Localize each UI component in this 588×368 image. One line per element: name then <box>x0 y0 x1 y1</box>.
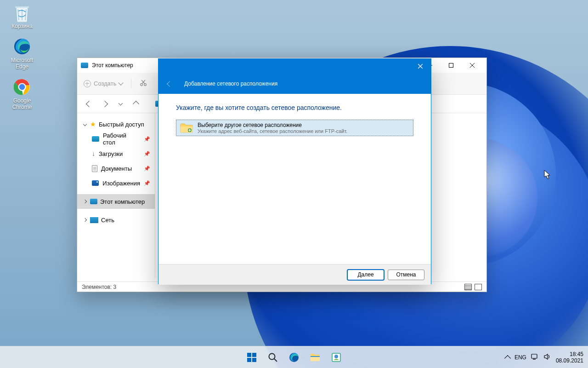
wizard-header: Добавление сетевого расположения <box>158 74 431 94</box>
sidebar-item-documents[interactable]: Документы📌 <box>77 161 155 176</box>
create-button[interactable]: Создать <box>84 80 123 87</box>
icons-view-button[interactable] <box>475 284 482 290</box>
quick-access-label: Быстрый доступ <box>99 121 144 128</box>
svg-line-10 <box>142 80 145 84</box>
network-icon <box>90 217 98 223</box>
wizard-titlebar[interactable] <box>158 59 431 74</box>
sidebar-item-network[interactable]: Сеть <box>77 213 155 227</box>
details-view-button[interactable] <box>464 284 472 290</box>
chevron-down-icon <box>119 80 124 85</box>
svg-rect-5 <box>449 63 453 68</box>
back-button[interactable] <box>84 98 95 109</box>
date: 08.09.2021 <box>556 357 583 364</box>
svg-rect-15 <box>247 353 251 357</box>
taskbar-edge-icon[interactable] <box>285 348 303 367</box>
pin-icon: 📌 <box>144 151 150 157</box>
plus-icon <box>84 80 91 87</box>
item-count: Элементов: 3 <box>82 284 116 290</box>
expand-icon[interactable] <box>83 122 87 126</box>
pictures-icon <box>92 180 99 186</box>
svg-rect-17 <box>247 358 251 362</box>
up-button[interactable] <box>130 98 141 109</box>
this-pc-icon <box>81 63 88 68</box>
documents-icon <box>92 165 97 172</box>
svg-rect-18 <box>252 358 256 362</box>
recycle-bin-label: Корзина <box>5 23 40 29</box>
taskbar-explorer-icon[interactable] <box>306 348 324 367</box>
recycle-bin-icon[interactable]: Корзина <box>5 3 40 29</box>
create-label: Создать <box>94 80 116 87</box>
wizard-title: Добавление сетевого расположения <box>184 80 277 87</box>
close-button[interactable] <box>410 59 431 74</box>
clock[interactable]: 18:45 08.09.2021 <box>556 351 583 364</box>
network-tray-icon[interactable] <box>531 353 539 362</box>
time: 18:45 <box>556 351 583 357</box>
svg-point-19 <box>269 354 275 360</box>
expand-icon[interactable] <box>83 218 87 222</box>
close-button[interactable] <box>462 58 483 73</box>
this-pc-icon <box>90 199 97 204</box>
svg-line-11 <box>141 80 145 84</box>
chrome-icon[interactable]: Google Chrome <box>5 77 40 110</box>
maximize-button[interactable] <box>441 58 462 73</box>
volume-tray-icon[interactable] <box>543 353 551 362</box>
wizard-footer: Далее Отмена <box>158 264 431 285</box>
custom-location-option[interactable]: Выберите другое сетевое расположение Ука… <box>176 120 413 136</box>
expand-icon[interactable] <box>83 199 87 204</box>
sidebar-item-downloads[interactable]: ↓Загрузки📌 <box>77 146 155 161</box>
svg-rect-26 <box>533 359 536 360</box>
mouse-cursor <box>544 170 551 180</box>
chrome-label: Google Chrome <box>5 98 40 110</box>
pin-icon: 📌 <box>144 166 150 172</box>
downloads-icon: ↓ <box>92 150 95 157</box>
taskbar-app-icon[interactable] <box>327 348 345 367</box>
svg-rect-25 <box>531 354 537 358</box>
wizard-heading: Укажите, где вы хотите создать сетевое р… <box>176 104 413 111</box>
recent-button[interactable] <box>115 98 126 109</box>
folder-icon <box>180 123 193 133</box>
forward-button[interactable] <box>99 98 110 109</box>
cancel-button[interactable]: Отмена <box>388 270 424 280</box>
cut-button[interactable] <box>140 79 147 88</box>
separator <box>131 79 131 89</box>
desktop-icon <box>92 136 99 142</box>
start-button[interactable] <box>243 348 261 367</box>
pin-icon: 📌 <box>144 180 150 186</box>
pin-icon: 📌 <box>144 136 150 142</box>
sidebar-item-this-pc[interactable]: Этот компьютер <box>77 194 155 209</box>
svg-rect-16 <box>252 353 256 357</box>
language-indicator[interactable]: ENG <box>514 354 526 361</box>
svg-line-20 <box>274 359 277 362</box>
svg-point-8 <box>141 83 143 86</box>
sidebar-item-pictures[interactable]: Изображения📌 <box>77 176 155 190</box>
edge-icon[interactable]: Microsoft Edge <box>5 37 40 70</box>
add-network-location-wizard: Добавление сетевого расположения Укажите… <box>158 58 431 284</box>
sidebar-item-desktop[interactable]: Рабочий стол📌 <box>77 132 155 146</box>
navigation-pane: ★ Быстрый доступ Рабочий стол📌 ↓Загрузки… <box>77 113 155 278</box>
back-button[interactable] <box>166 80 173 87</box>
svg-point-24 <box>334 355 338 358</box>
quick-access-item[interactable]: ★ Быстрый доступ <box>77 117 155 132</box>
next-button[interactable]: Далее <box>347 270 384 280</box>
search-button[interactable] <box>264 348 282 367</box>
taskbar: ENG 18:45 08.09.2021 <box>0 346 588 368</box>
option-title: Выберите другое сетевое расположение <box>198 122 409 128</box>
option-subtitle: Укажите адрес веб-сайта, сетевое располо… <box>198 128 409 134</box>
svg-rect-22 <box>311 356 320 357</box>
star-icon: ★ <box>90 121 96 128</box>
tray-chevron[interactable] <box>505 354 510 361</box>
edge-label: Microsoft Edge <box>5 57 40 70</box>
svg-point-9 <box>144 83 147 86</box>
